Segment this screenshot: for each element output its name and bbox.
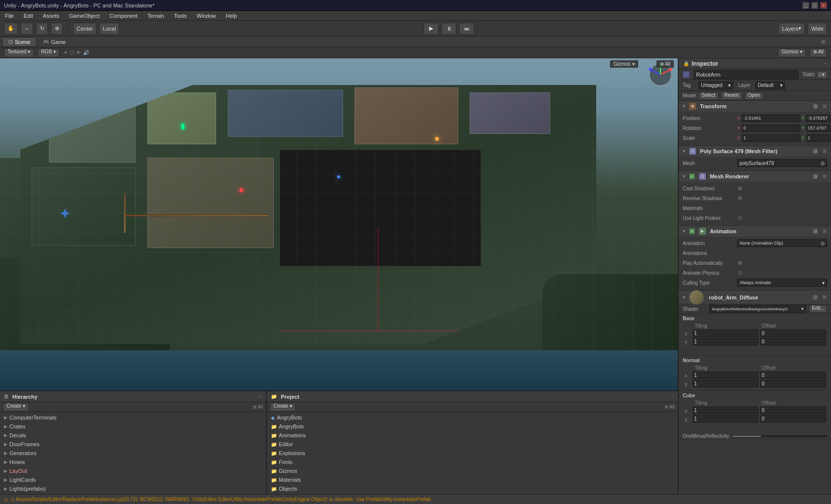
gizmos-dropdown-btn[interactable]: Gizmos ▾ bbox=[610, 60, 638, 68]
step-button[interactable]: ⏭ bbox=[459, 23, 474, 35]
hierarchy-item-crates[interactable]: ▶ Crates bbox=[0, 422, 266, 431]
pos-y[interactable] bbox=[806, 115, 831, 122]
project-item-animations[interactable]: 📁 Animations bbox=[267, 431, 678, 440]
hierarchy-item-computerterminals[interactable]: ▶ ComputerTerminals bbox=[0, 413, 266, 422]
base-tiling-x[interactable] bbox=[693, 330, 758, 337]
play-auto-checkbox[interactable]: ✓ bbox=[737, 260, 743, 266]
maximize-button[interactable]: □ bbox=[811, 2, 818, 9]
project-close[interactable]: − bbox=[671, 394, 674, 399]
scale-x[interactable] bbox=[742, 134, 800, 142]
mesh-renderer-menu[interactable]: ≡ bbox=[821, 173, 828, 180]
scene-viewport[interactable]: ✛ X Y Z bbox=[0, 58, 678, 390]
menu-gameobject[interactable]: GameObject bbox=[67, 12, 102, 20]
layers-dropdown[interactable]: Layers ▾ bbox=[779, 23, 805, 35]
transform-header[interactable]: ▼ ⊕ Transform ⚙ ≡ bbox=[679, 101, 831, 112]
normal-offset-y[interactable] bbox=[760, 380, 826, 387]
animation-header[interactable]: ▼ ✓ ▶ Animation ⚙ ≡ bbox=[679, 226, 831, 237]
transform-gear[interactable]: ⚙ bbox=[811, 102, 819, 110]
hierarchy-item-hoses[interactable]: ▶ Hoses bbox=[0, 458, 266, 466]
shader-edit-btn[interactable]: Edit... bbox=[809, 305, 827, 313]
scale-tool[interactable]: ⊕ bbox=[51, 23, 63, 35]
hierarchy-item-pipes[interactable]: ▶ Pipes bbox=[0, 493, 266, 494]
hand-tool[interactable]: ✋ bbox=[4, 23, 18, 35]
hierarchy-close[interactable]: − bbox=[259, 394, 262, 399]
model-open-btn[interactable]: Open bbox=[744, 92, 763, 100]
hierarchy-all-btn[interactable]: ⊕ All bbox=[253, 404, 263, 410]
mesh-renderer-toggle[interactable]: ✓ bbox=[689, 173, 695, 179]
mesh-filter-header[interactable]: ▼ ⬡ Poly Surface 479 (Mesh Filter) ⚙ ≡ bbox=[679, 146, 831, 157]
animation-toggle[interactable]: ✓ bbox=[689, 228, 695, 234]
hierarchy-item-layout[interactable]: ▶ LayOut bbox=[0, 466, 266, 475]
mesh-value-field[interactable]: polySurface479⊙ bbox=[737, 159, 827, 167]
color-space-btn[interactable]: RGB ▾ bbox=[38, 48, 59, 57]
all-btn[interactable]: ⊕ All bbox=[810, 48, 827, 57]
pos-x[interactable] bbox=[742, 115, 800, 122]
tab-game[interactable]: 🎮 Game bbox=[37, 37, 72, 47]
shader-value-field[interactable]: AngryBots/ReflectiveBackgroundArbitraryG… bbox=[709, 305, 806, 313]
model-revert-btn[interactable]: Revert bbox=[721, 92, 742, 100]
pause-button[interactable]: ⏸ bbox=[441, 23, 456, 35]
menu-help[interactable]: Help bbox=[224, 12, 239, 20]
material-gear[interactable]: ⚙ bbox=[811, 294, 819, 301]
layout-dropdown[interactable]: Wide bbox=[808, 23, 827, 35]
hierarchy-item-lightcards[interactable]: ▶ LightCards bbox=[0, 475, 266, 484]
use-light-probes-checkbox[interactable] bbox=[737, 215, 743, 221]
project-all-btn[interactable]: ⊕ All bbox=[664, 404, 675, 410]
play-button[interactable]: ▶ bbox=[424, 23, 438, 35]
menu-file[interactable]: File bbox=[3, 12, 16, 20]
pivot-toggle[interactable]: Center bbox=[73, 23, 96, 35]
animation-menu[interactable]: ≡ bbox=[821, 228, 828, 235]
project-create-btn[interactable]: Create ▾ bbox=[270, 403, 296, 412]
base-offset-x[interactable] bbox=[760, 330, 826, 337]
animation-clip-field[interactable]: None (Animation Clip)⊙ bbox=[737, 239, 827, 247]
hierarchy-item-doorframes[interactable]: ▶ DoorFrames bbox=[0, 440, 266, 449]
inspector-close[interactable]: − bbox=[824, 61, 827, 66]
rot-x[interactable] bbox=[742, 125, 800, 132]
static-dropdown[interactable]: - ▾ bbox=[817, 71, 828, 78]
menu-window[interactable]: Window bbox=[195, 12, 218, 20]
cube-tiling-x[interactable] bbox=[693, 407, 758, 414]
mesh-filter-gear[interactable]: ⚙ bbox=[811, 147, 819, 155]
material-menu[interactable]: ≡ bbox=[821, 294, 828, 301]
lock-icon[interactable]: 🔒 bbox=[683, 60, 690, 67]
normal-tiling-x[interactable] bbox=[693, 372, 758, 379]
animate-physics-checkbox[interactable] bbox=[737, 270, 743, 276]
tag-dropdown[interactable]: Untagged▾ bbox=[699, 82, 733, 89]
hierarchy-item-generators[interactable]: ▶ Generators bbox=[0, 449, 266, 458]
hierarchy-item-decals[interactable]: ▶ Decals bbox=[0, 431, 266, 440]
normal-tiling-y[interactable] bbox=[693, 380, 758, 387]
menu-edit[interactable]: Edit bbox=[22, 12, 35, 20]
animation-gear[interactable]: ⚙ bbox=[811, 227, 819, 235]
cube-offset-y[interactable] bbox=[760, 415, 826, 422]
mesh-renderer-gear[interactable]: ⚙ bbox=[811, 172, 819, 180]
project-item-explosions[interactable]: 📁 Explosions bbox=[267, 449, 678, 458]
object-enabled-toggle[interactable]: ✓ bbox=[683, 71, 690, 78]
project-item-angrybots-folder[interactable]: 📁 AngryBots bbox=[267, 422, 678, 431]
move-tool[interactable]: ↔ bbox=[21, 23, 33, 35]
model-select-btn[interactable]: Select bbox=[698, 92, 719, 100]
orall-btn[interactable]: ⊕ All bbox=[656, 60, 674, 68]
receive-shadows-checkbox[interactable]: ✓ bbox=[737, 195, 743, 201]
cube-tiling-y[interactable] bbox=[693, 415, 758, 422]
base-tiling-y[interactable] bbox=[693, 338, 758, 345]
menu-tools[interactable]: Tools bbox=[172, 12, 189, 20]
cast-shadows-checkbox[interactable]: ✓ bbox=[737, 185, 743, 191]
one-minus-slider[interactable] bbox=[732, 435, 827, 437]
project-item-angrybots-prefab[interactable]: ◆ AngryBots bbox=[267, 413, 678, 422]
hierarchy-create-btn[interactable]: Create ▾ bbox=[3, 403, 29, 412]
project-item-gizmos[interactable]: 📁 Gizmos bbox=[267, 466, 678, 475]
mesh-renderer-header[interactable]: ▼ ✓ ⬡ Mesh Renderer ⚙ ≡ bbox=[679, 171, 831, 182]
normal-offset-x[interactable] bbox=[760, 372, 826, 379]
project-item-objects[interactable]: 📁 Objects bbox=[267, 484, 678, 493]
cube-offset-x[interactable] bbox=[760, 407, 826, 414]
culling-type-field[interactable]: Always Animate▾ bbox=[737, 279, 827, 287]
base-offset-y[interactable] bbox=[760, 338, 826, 345]
object-name-field[interactable] bbox=[694, 70, 798, 79]
layer-dropdown[interactable]: Default▾ bbox=[755, 82, 785, 89]
menu-terrain[interactable]: Terrain bbox=[145, 12, 166, 20]
gizmos-btn[interactable]: Gizmos ▾ bbox=[778, 48, 806, 57]
project-item-physicmaterials[interactable]: 📁 PhysicMaterials bbox=[267, 493, 678, 494]
transform-menu[interactable]: ≡ bbox=[821, 103, 828, 110]
menu-component[interactable]: Component bbox=[107, 12, 139, 20]
menu-assets[interactable]: Assets bbox=[41, 12, 61, 20]
